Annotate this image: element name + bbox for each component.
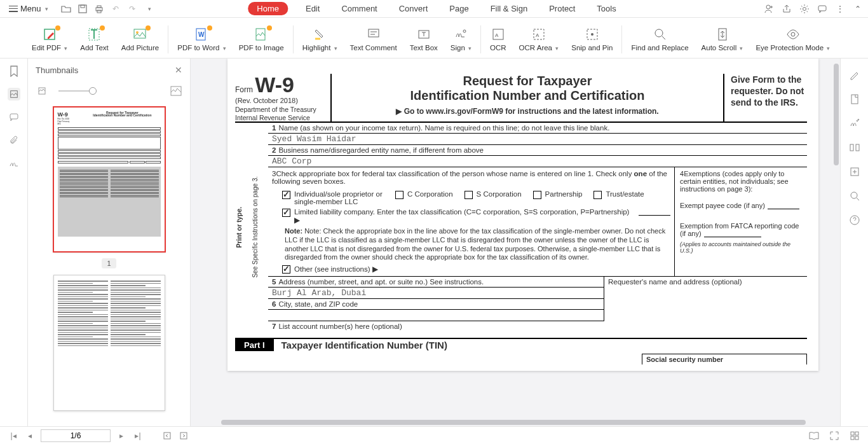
next-page-icon[interactable]: ▸ [116, 430, 127, 441]
checkbox-other[interactable] [282, 265, 290, 274]
thumb-small-icon[interactable] [36, 85, 48, 97]
titlebar: Menu ▾ ↶ ↷ ▾ Home Edit Comment Convert P… [0, 0, 868, 18]
tab-edit[interactable]: Edit [302, 3, 323, 15]
thumbnail-page-2[interactable] [53, 275, 165, 411]
ribbon-eye-protection-mode[interactable]: Eye Protection Mode ▾ [749, 27, 836, 52]
ribbon-add-text[interactable]: Add Text [74, 27, 115, 52]
chevron-down-icon: ▾ [45, 6, 48, 12]
share-icon[interactable] [782, 4, 792, 14]
tab-convert[interactable]: Convert [395, 3, 432, 15]
edit-tool-icon[interactable] [848, 69, 861, 81]
page-number-input[interactable] [41, 429, 111, 442]
checkbox-trust[interactable] [593, 191, 602, 199]
thumbnails-list[interactable]: W-9Rev Oct 2018Dept TreasuryIRS Request … [28, 101, 190, 426]
ribbon-sign[interactable]: Sign ▾ [444, 27, 478, 52]
svg-rect-39 [851, 432, 854, 435]
close-icon[interactable]: ✕ [175, 65, 182, 75]
checkbox-partnership[interactable] [533, 191, 541, 199]
thumbnail-zoom-slider[interactable] [58, 90, 97, 92]
attachment-icon[interactable] [8, 134, 20, 146]
line2-label: Business name/disregarded entity name, i… [278, 146, 484, 154]
ribbon-auto-scroll[interactable]: Auto Scroll ▾ [695, 27, 750, 52]
svg-rect-38 [180, 433, 187, 439]
svg-point-5 [766, 5, 770, 9]
ribbon-pdf-to-image[interactable]: PDF to Image [233, 27, 290, 52]
signature-icon[interactable] [8, 156, 20, 169]
thumb-large-icon[interactable] [170, 85, 182, 97]
thumbnails-panel: Thumbnails ✕ W-9Rev Oct 2018Dept Treasur… [28, 59, 191, 426]
part1-label: Part I [235, 339, 274, 351]
svg-text:A: A [536, 32, 539, 38]
grid-icon[interactable] [849, 430, 860, 441]
print-icon[interactable] [94, 4, 104, 14]
compress-tool-icon[interactable] [848, 165, 861, 178]
ribbon-ocr[interactable]: AOCR [484, 27, 513, 52]
left-rail [0, 59, 28, 426]
gear-icon[interactable] [799, 4, 810, 14]
line4-label: Exemptions (codes apply only to certain … [680, 170, 789, 193]
prev-view-icon[interactable] [161, 430, 173, 441]
checkbox-scorp[interactable] [465, 191, 473, 199]
open-icon[interactable] [61, 4, 71, 14]
checkbox-ccorp[interactable] [395, 191, 403, 199]
ribbon-ocr-area[interactable]: AOCR Area ▾ [513, 27, 566, 52]
collapse-ribbon-icon[interactable]: ⌃ [853, 4, 863, 14]
menu-button[interactable]: Menu ▾ [5, 3, 52, 15]
sign-tool-icon[interactable] [848, 117, 861, 130]
fullscreen-icon[interactable] [829, 430, 840, 441]
checkbox-individual[interactable] [282, 191, 290, 199]
document-viewport[interactable]: Form W-9 (Rev. October 2018) Department … [191, 59, 840, 426]
save-icon[interactable] [78, 4, 88, 14]
first-page-icon[interactable]: |◂ [8, 430, 19, 441]
prev-page-icon[interactable]: ◂ [24, 430, 36, 441]
tab-protect[interactable]: Protect [545, 3, 579, 15]
more-icon[interactable]: ⋮ [835, 4, 845, 14]
ribbon-highlight[interactable]: Highlight ▾ [296, 27, 344, 52]
tab-tools[interactable]: Tools [593, 3, 620, 15]
ribbon-pdf-to-word[interactable]: WPDF to Word ▾ [171, 27, 232, 52]
feedback-icon[interactable] [817, 4, 827, 14]
line5-label: Address (number, street, and apt. or sui… [278, 278, 484, 286]
redo-icon[interactable]: ↷ [127, 4, 137, 14]
requester-box[interactable]: Requester's name and address (optional) [604, 277, 807, 321]
page-tool-icon[interactable] [848, 93, 861, 106]
thumbnail-1-number: 1 [102, 258, 116, 268]
vertical-scrollbar[interactable] [834, 64, 839, 421]
ribbon-add-picture[interactable]: Add Picture [115, 27, 165, 52]
svg-point-6 [803, 7, 806, 10]
undo-icon[interactable]: ↶ [111, 4, 121, 14]
tab-fillsign[interactable]: Fill & Sign [487, 3, 532, 15]
fatca-input[interactable] [704, 230, 761, 237]
svg-rect-42 [855, 436, 858, 440]
split-tool-icon[interactable] [848, 141, 861, 154]
tab-home[interactable]: Home [248, 2, 288, 15]
read-mode-icon[interactable] [808, 430, 820, 441]
search-tool-icon[interactable] [848, 190, 861, 202]
last-page-icon[interactable]: ▸| [132, 430, 144, 441]
horizontal-scrollbar[interactable] [196, 420, 831, 425]
top-right-tools: ⋮ ⌃ [764, 4, 863, 14]
next-view-icon[interactable] [178, 430, 189, 441]
line1-value[interactable]: Syed Wasim Haidar [268, 134, 807, 145]
tab-page[interactable]: Page [445, 3, 472, 15]
ribbon-find-and-replace[interactable]: Find and Replace [625, 27, 695, 52]
svg-rect-3 [97, 6, 101, 8]
ribbon-snip-and-pin[interactable]: Snip and Pin [565, 27, 619, 52]
checkbox-llc[interactable] [282, 209, 290, 217]
thumbnails-icon[interactable] [8, 88, 20, 101]
line2-value[interactable]: ABC Corp [268, 156, 807, 167]
tab-comment[interactable]: Comment [337, 3, 381, 15]
ribbon-edit-pdf[interactable]: Edit PDF ▾ [25, 27, 74, 52]
help-tool-icon[interactable] [848, 214, 861, 226]
qat-more-icon[interactable]: ▾ [145, 4, 155, 14]
thumbnail-page-1[interactable]: W-9Rev Oct 2018Dept TreasuryIRS Request … [53, 107, 165, 252]
llc-class-input[interactable] [639, 208, 670, 216]
ribbon-text-box[interactable]: Text Box [403, 27, 444, 52]
ribbon-text-comment[interactable]: Text Comment [344, 27, 403, 52]
user-add-icon[interactable] [764, 4, 774, 14]
bookmark-icon[interactable] [8, 65, 20, 78]
comment-icon[interactable] [8, 111, 20, 123]
exempt-payee-input[interactable] [768, 202, 799, 209]
line5-value[interactable]: Burj Al Arab, Dubai [268, 288, 604, 299]
line6-value[interactable] [268, 310, 604, 321]
